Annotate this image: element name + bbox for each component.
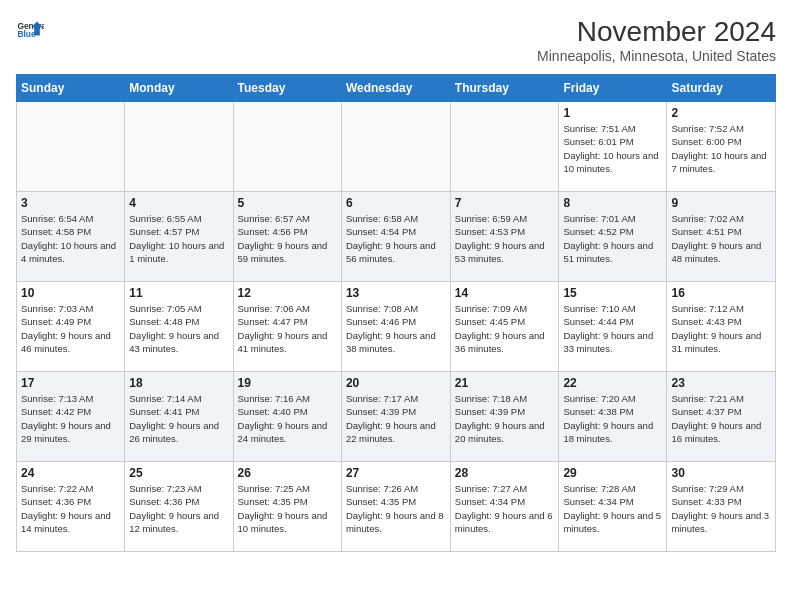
day-info: Sunrise: 7:02 AM Sunset: 4:51 PM Dayligh… <box>671 212 771 265</box>
calendar-cell: 23Sunrise: 7:21 AM Sunset: 4:37 PM Dayli… <box>667 372 776 462</box>
day-info: Sunrise: 7:10 AM Sunset: 4:44 PM Dayligh… <box>563 302 662 355</box>
day-info: Sunrise: 7:12 AM Sunset: 4:43 PM Dayligh… <box>671 302 771 355</box>
calendar-cell: 28Sunrise: 7:27 AM Sunset: 4:34 PM Dayli… <box>450 462 559 552</box>
calendar-cell: 16Sunrise: 7:12 AM Sunset: 4:43 PM Dayli… <box>667 282 776 372</box>
weekday-header-row: SundayMondayTuesdayWednesdayThursdayFrid… <box>17 75 776 102</box>
calendar-cell: 5Sunrise: 6:57 AM Sunset: 4:56 PM Daylig… <box>233 192 341 282</box>
calendar-cell: 8Sunrise: 7:01 AM Sunset: 4:52 PM Daylig… <box>559 192 667 282</box>
calendar-cell: 4Sunrise: 6:55 AM Sunset: 4:57 PM Daylig… <box>125 192 233 282</box>
day-info: Sunrise: 7:16 AM Sunset: 4:40 PM Dayligh… <box>238 392 337 445</box>
weekday-tuesday: Tuesday <box>233 75 341 102</box>
day-info: Sunrise: 7:27 AM Sunset: 4:34 PM Dayligh… <box>455 482 555 535</box>
day-number: 17 <box>21 376 120 390</box>
day-number: 20 <box>346 376 446 390</box>
calendar-cell: 17Sunrise: 7:13 AM Sunset: 4:42 PM Dayli… <box>17 372 125 462</box>
day-number: 8 <box>563 196 662 210</box>
weekday-thursday: Thursday <box>450 75 559 102</box>
calendar-cell: 3Sunrise: 6:54 AM Sunset: 4:58 PM Daylig… <box>17 192 125 282</box>
day-number: 4 <box>129 196 228 210</box>
day-info: Sunrise: 7:03 AM Sunset: 4:49 PM Dayligh… <box>21 302 120 355</box>
weekday-sunday: Sunday <box>17 75 125 102</box>
calendar-cell: 22Sunrise: 7:20 AM Sunset: 4:38 PM Dayli… <box>559 372 667 462</box>
day-info: Sunrise: 7:14 AM Sunset: 4:41 PM Dayligh… <box>129 392 228 445</box>
calendar-cell: 18Sunrise: 7:14 AM Sunset: 4:41 PM Dayli… <box>125 372 233 462</box>
calendar-cell: 12Sunrise: 7:06 AM Sunset: 4:47 PM Dayli… <box>233 282 341 372</box>
calendar-cell: 20Sunrise: 7:17 AM Sunset: 4:39 PM Dayli… <box>341 372 450 462</box>
calendar-cell <box>233 102 341 192</box>
day-number: 16 <box>671 286 771 300</box>
day-number: 12 <box>238 286 337 300</box>
calendar-cell: 11Sunrise: 7:05 AM Sunset: 4:48 PM Dayli… <box>125 282 233 372</box>
calendar-cell: 1Sunrise: 7:51 AM Sunset: 6:01 PM Daylig… <box>559 102 667 192</box>
weekday-saturday: Saturday <box>667 75 776 102</box>
day-info: Sunrise: 7:51 AM Sunset: 6:01 PM Dayligh… <box>563 122 662 175</box>
calendar-cell <box>341 102 450 192</box>
day-number: 25 <box>129 466 228 480</box>
day-number: 18 <box>129 376 228 390</box>
main-title: November 2024 <box>537 16 776 48</box>
calendar-cell: 7Sunrise: 6:59 AM Sunset: 4:53 PM Daylig… <box>450 192 559 282</box>
day-info: Sunrise: 7:18 AM Sunset: 4:39 PM Dayligh… <box>455 392 555 445</box>
day-number: 9 <box>671 196 771 210</box>
day-info: Sunrise: 6:54 AM Sunset: 4:58 PM Dayligh… <box>21 212 120 265</box>
day-info: Sunrise: 7:05 AM Sunset: 4:48 PM Dayligh… <box>129 302 228 355</box>
svg-text:Blue: Blue <box>17 29 35 39</box>
day-info: Sunrise: 7:21 AM Sunset: 4:37 PM Dayligh… <box>671 392 771 445</box>
day-info: Sunrise: 7:06 AM Sunset: 4:47 PM Dayligh… <box>238 302 337 355</box>
weekday-friday: Friday <box>559 75 667 102</box>
calendar-cell: 30Sunrise: 7:29 AM Sunset: 4:33 PM Dayli… <box>667 462 776 552</box>
day-number: 21 <box>455 376 555 390</box>
calendar-cell: 29Sunrise: 7:28 AM Sunset: 4:34 PM Dayli… <box>559 462 667 552</box>
week-row-1: 1Sunrise: 7:51 AM Sunset: 6:01 PM Daylig… <box>17 102 776 192</box>
day-number: 27 <box>346 466 446 480</box>
day-number: 26 <box>238 466 337 480</box>
day-info: Sunrise: 6:55 AM Sunset: 4:57 PM Dayligh… <box>129 212 228 265</box>
day-info: Sunrise: 7:01 AM Sunset: 4:52 PM Dayligh… <box>563 212 662 265</box>
day-number: 14 <box>455 286 555 300</box>
day-number: 3 <box>21 196 120 210</box>
day-info: Sunrise: 6:59 AM Sunset: 4:53 PM Dayligh… <box>455 212 555 265</box>
calendar-body: 1Sunrise: 7:51 AM Sunset: 6:01 PM Daylig… <box>17 102 776 552</box>
week-row-5: 24Sunrise: 7:22 AM Sunset: 4:36 PM Dayli… <box>17 462 776 552</box>
day-number: 6 <box>346 196 446 210</box>
calendar-cell: 27Sunrise: 7:26 AM Sunset: 4:35 PM Dayli… <box>341 462 450 552</box>
day-number: 5 <box>238 196 337 210</box>
day-info: Sunrise: 7:25 AM Sunset: 4:35 PM Dayligh… <box>238 482 337 535</box>
day-info: Sunrise: 7:28 AM Sunset: 4:34 PM Dayligh… <box>563 482 662 535</box>
day-number: 2 <box>671 106 771 120</box>
day-info: Sunrise: 7:26 AM Sunset: 4:35 PM Dayligh… <box>346 482 446 535</box>
day-info: Sunrise: 7:08 AM Sunset: 4:46 PM Dayligh… <box>346 302 446 355</box>
calendar-cell: 9Sunrise: 7:02 AM Sunset: 4:51 PM Daylig… <box>667 192 776 282</box>
day-number: 10 <box>21 286 120 300</box>
calendar-cell: 10Sunrise: 7:03 AM Sunset: 4:49 PM Dayli… <box>17 282 125 372</box>
calendar-cell: 24Sunrise: 7:22 AM Sunset: 4:36 PM Dayli… <box>17 462 125 552</box>
week-row-3: 10Sunrise: 7:03 AM Sunset: 4:49 PM Dayli… <box>17 282 776 372</box>
weekday-monday: Monday <box>125 75 233 102</box>
day-number: 1 <box>563 106 662 120</box>
day-number: 30 <box>671 466 771 480</box>
day-number: 19 <box>238 376 337 390</box>
calendar-cell: 26Sunrise: 7:25 AM Sunset: 4:35 PM Dayli… <box>233 462 341 552</box>
day-number: 15 <box>563 286 662 300</box>
day-number: 23 <box>671 376 771 390</box>
weekday-wednesday: Wednesday <box>341 75 450 102</box>
week-row-2: 3Sunrise: 6:54 AM Sunset: 4:58 PM Daylig… <box>17 192 776 282</box>
calendar-cell <box>17 102 125 192</box>
calendar-cell: 14Sunrise: 7:09 AM Sunset: 4:45 PM Dayli… <box>450 282 559 372</box>
day-number: 7 <box>455 196 555 210</box>
calendar-cell: 15Sunrise: 7:10 AM Sunset: 4:44 PM Dayli… <box>559 282 667 372</box>
day-number: 28 <box>455 466 555 480</box>
calendar-cell <box>125 102 233 192</box>
day-number: 11 <box>129 286 228 300</box>
day-info: Sunrise: 7:13 AM Sunset: 4:42 PM Dayligh… <box>21 392 120 445</box>
week-row-4: 17Sunrise: 7:13 AM Sunset: 4:42 PM Dayli… <box>17 372 776 462</box>
calendar-table: SundayMondayTuesdayWednesdayThursdayFrid… <box>16 74 776 552</box>
day-info: Sunrise: 7:22 AM Sunset: 4:36 PM Dayligh… <box>21 482 120 535</box>
logo: General Blue <box>16 16 44 44</box>
calendar-cell: 21Sunrise: 7:18 AM Sunset: 4:39 PM Dayli… <box>450 372 559 462</box>
calendar-cell: 2Sunrise: 7:52 AM Sunset: 6:00 PM Daylig… <box>667 102 776 192</box>
day-info: Sunrise: 7:52 AM Sunset: 6:00 PM Dayligh… <box>671 122 771 175</box>
calendar-cell: 13Sunrise: 7:08 AM Sunset: 4:46 PM Dayli… <box>341 282 450 372</box>
calendar-cell: 6Sunrise: 6:58 AM Sunset: 4:54 PM Daylig… <box>341 192 450 282</box>
day-number: 24 <box>21 466 120 480</box>
